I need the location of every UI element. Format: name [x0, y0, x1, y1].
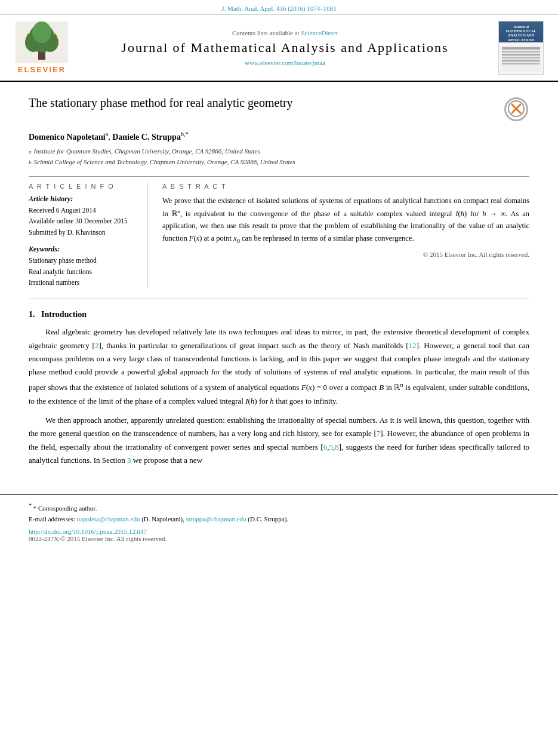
- contents-line: Contents lists available at ScienceDirec…: [81, 29, 489, 36]
- paper-title: The stationary phase method for real ana…: [29, 96, 497, 110]
- footer: * * Corresponding author. E-mail address…: [0, 494, 558, 548]
- submitted-by: Submitted by D. Khavinson: [29, 227, 139, 238]
- available-date: Available online 30 December 2015: [29, 216, 139, 226]
- ref-7[interactable]: 7: [377, 429, 381, 438]
- email-2-link[interactable]: struppa@chapman.edu: [186, 515, 246, 523]
- email-1-link[interactable]: napoleta@chapman.edu: [77, 515, 140, 523]
- ref-2[interactable]: 2: [95, 341, 99, 350]
- thumb-title: Journal ofMATHEMATICALANALYSIS ANDAPPLIC…: [505, 24, 538, 44]
- affil-1-text: Institute for Quantum Studies, Chapman U…: [34, 146, 260, 157]
- journal-header: ELSEVIER Contents lists available at Sci…: [0, 15, 558, 82]
- copyright: © 2015 Elsevier Inc. All rights reserved…: [162, 251, 529, 258]
- affil-1-marker: a: [29, 147, 32, 156]
- intro-para-2: We then approach another, apparently unr…: [29, 414, 529, 467]
- keyword-1: Stationary phase method: [29, 255, 139, 266]
- journal-cover-thumbnail: Journal ofMATHEMATICALANALYSIS ANDAPPLIC…: [498, 21, 546, 75]
- elsevier-tree-icon: [16, 21, 68, 63]
- section-title: Introduction: [41, 310, 87, 319]
- affiliations: a Institute for Quantum Studies, Chapman…: [29, 146, 529, 168]
- journal-title-area: Contents lists available at ScienceDirec…: [81, 29, 489, 66]
- keywords-section: Keywords: Stationary phase method Real a…: [29, 245, 139, 288]
- email-label: E-mail addresses:: [29, 515, 75, 523]
- ref-sec3[interactable]: 3: [127, 456, 131, 465]
- affil-1: a Institute for Quantum Studies, Chapman…: [29, 146, 529, 157]
- received-date: Received 6 August 2014: [29, 205, 139, 216]
- keyword-3: Irrational numbers: [29, 277, 139, 288]
- section-divider: [29, 299, 529, 299]
- ref-12[interactable]: 12: [409, 341, 417, 350]
- history-title: Article history:: [29, 195, 139, 204]
- affil-2-text: Schmid College of Science and Technology…: [34, 156, 295, 168]
- main-content: The stationary phase method for real ana…: [0, 82, 558, 483]
- ref-6[interactable]: 6: [323, 442, 328, 451]
- email-footnote: E-mail addresses: napoleta@chapman.edu (…: [29, 514, 529, 525]
- science-direct-link[interactable]: ScienceDirect: [301, 29, 338, 36]
- crossmark-icon: [504, 97, 528, 121]
- ref-5[interactable]: 5: [329, 442, 333, 451]
- corresponding-author-note: * * Corresponding author.: [29, 501, 529, 514]
- contents-text: Contents lists available at: [232, 29, 300, 36]
- info-abstract-cols: A R T I C L E I N F O Article history: R…: [29, 176, 529, 288]
- author1-paren: (D. Napoletani),: [141, 515, 184, 523]
- issn-line: 0022-247X/© 2015 Elsevier Inc. All right…: [29, 535, 529, 542]
- article-info-header: A R T I C L E I N F O: [29, 183, 139, 190]
- abstract-text: We prove that the existence of isolated …: [162, 195, 529, 246]
- page: J. Math. Anal. Appl. 436 (2016) 1074–108…: [0, 0, 558, 756]
- journal-thumb-image: Journal ofMATHEMATICALANALYSIS ANDAPPLIC…: [498, 21, 544, 75]
- elsevier-text: ELSEVIER: [18, 65, 66, 74]
- journal-name: Journal of Mathematical Analysis and App…: [81, 40, 489, 56]
- keywords-title: Keywords:: [29, 245, 139, 254]
- author2-paren: (D.C. Struppa).: [248, 515, 288, 523]
- author-2-sup: b,*: [181, 131, 189, 137]
- doi-line[interactable]: http://dx.doi.org/10.1016/j.jmaa.2015.12…: [29, 528, 529, 535]
- corresponding-label: * Corresponding author.: [33, 505, 97, 512]
- authors: Domenico Napoletania, Daniele C. Struppa…: [29, 131, 529, 142]
- affil-2: b Schmid College of Science and Technolo…: [29, 156, 529, 168]
- journal-ref-text: J. Math. Anal. Appl. 436 (2016) 1074–108…: [221, 5, 337, 12]
- elsevier-logo: ELSEVIER: [12, 21, 72, 74]
- svg-rect-1: [38, 51, 45, 60]
- abstract-header: A B S T R A C T: [162, 183, 529, 190]
- svg-point-5: [32, 21, 51, 43]
- article-info-col: A R T I C L E I N F O Article history: R…: [29, 183, 148, 288]
- ref-8[interactable]: 8: [335, 442, 339, 451]
- abstract-col: A B S T R A C T We prove that the existe…: [162, 183, 529, 288]
- author-1-name: Domenico Napoletani: [29, 133, 106, 142]
- asterisk-marker: *: [29, 502, 32, 509]
- thumb-content: [501, 46, 541, 72]
- keyword-2: Real analytic functions: [29, 266, 139, 277]
- author-2-name: Daniele C. Struppa: [112, 133, 181, 142]
- journal-reference: J. Math. Anal. Appl. 436 (2016) 1074–108…: [0, 0, 558, 15]
- paper-title-row: The stationary phase method for real ana…: [29, 96, 529, 122]
- journal-url[interactable]: www.elsevier.com/locate/jmaa: [81, 59, 489, 66]
- intro-para-1: Real algebraic geometry has developed re…: [29, 325, 529, 407]
- section-number: 1.: [29, 310, 35, 319]
- crossmark-badge: [503, 96, 529, 122]
- intro-heading: 1. Introduction: [29, 310, 529, 319]
- affil-2-marker: b: [29, 158, 32, 167]
